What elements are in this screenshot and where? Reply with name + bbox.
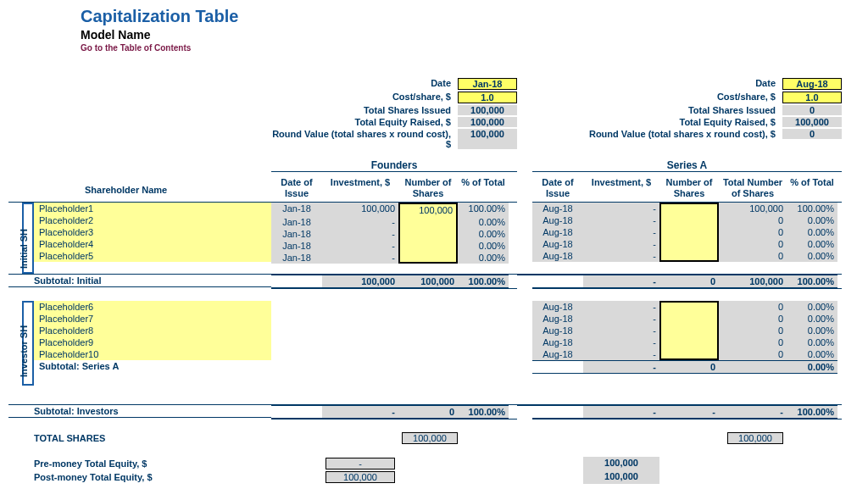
founders-cost-input[interactable]: 1.0 (458, 92, 517, 103)
pre-money-label: Pre-money Total Equity, $ (8, 457, 271, 470)
seriesa-shares-input[interactable] (659, 325, 719, 336)
col-shareholder-name: Shareholder Name (8, 185, 271, 203)
seriesa-shares-input[interactable] (659, 203, 719, 214)
page-title: Capitalization Table (81, 7, 860, 26)
founders-pre-money: - (326, 458, 395, 470)
shareholder-name-input[interactable]: Placeholder7 (34, 313, 271, 325)
seriesa-date-input[interactable]: Aug-18 (782, 78, 842, 90)
subtotal-initial-label: Subtotal: Initial (8, 274, 271, 287)
shareholder-name-input[interactable]: Placeholder10 (34, 348, 271, 360)
total-shares-label: TOTAL SHARES (8, 431, 271, 445)
shareholder-name-input[interactable]: Placeholder5 (34, 250, 271, 262)
seriesa-post-money: 100,000 (583, 470, 659, 484)
seriesa-cost-input[interactable]: 1.0 (782, 92, 842, 103)
shareholder-name-input[interactable]: Placeholder6 (34, 301, 271, 313)
founders-date-input[interactable]: Jan-18 (458, 78, 517, 90)
subtotal-seriesa-label: Subtotal: Series A (34, 360, 271, 372)
founders-shares-input[interactable] (398, 228, 458, 240)
toc-link[interactable]: Go to the Table of Contents (81, 43, 860, 53)
model-name: Model Name (81, 28, 860, 42)
seriesa-shares-input[interactable] (659, 348, 719, 360)
seriesa-title: Series A (532, 159, 842, 172)
shareholder-name-input[interactable]: Placeholder8 (34, 325, 271, 336)
founders-col-headers: Date of Issue Investment, $ Number of Sh… (271, 174, 517, 203)
shareholder-name-input[interactable]: Placeholder4 (34, 238, 271, 250)
seriesa-investor-data: Aug-18-00.00% Aug-18-00.00% Aug-18-00.00… (532, 301, 842, 374)
shareholder-name-input[interactable]: Placeholder2 (34, 214, 271, 226)
founders-post-money: 100,000 (326, 471, 395, 483)
shareholder-name-input[interactable]: Placeholder9 (34, 336, 271, 348)
seriesa-shares-input[interactable] (659, 250, 719, 262)
seriesa-initial-data: Aug-18-100,000100.00% Aug-18-00.00% Aug-… (532, 203, 842, 262)
seriesa-meta: DateAug-18 Cost/share, $1.0 Total Shares… (532, 78, 842, 139)
founders-title: Founders (271, 159, 517, 172)
seriesa-shares-input[interactable] (659, 214, 719, 226)
founders-shares-input[interactable] (398, 240, 458, 252)
seriesa-shares-input[interactable] (659, 336, 719, 348)
seriesa-shares-input[interactable] (659, 301, 719, 313)
seriesa-shares-input[interactable] (659, 238, 719, 250)
seriesa-total-shares: 100,000 (727, 432, 783, 444)
shareholder-name-input[interactable]: Placeholder3 (34, 226, 271, 238)
founders-shares-input[interactable] (398, 252, 458, 264)
investor-sh-side-label: Investor SH (8, 301, 22, 386)
founders-meta: DateJan-18 Cost/share, $1.0 Total Shares… (271, 78, 517, 149)
seriesa-shares-input[interactable] (659, 313, 719, 325)
founders-total-shares: 100,000 (402, 432, 458, 444)
shareholder-name-input[interactable]: Placeholder1 (34, 203, 271, 214)
seriesa-col-headers: Date of Issue Investment, $ Number of Sh… (532, 174, 842, 203)
seriesa-shares-input[interactable] (659, 226, 719, 238)
subtotal-investors-label: Subtotal: Investors (8, 404, 271, 418)
post-money-label: Post-money Total Equity, $ (8, 470, 271, 484)
founders-shares-input[interactable]: 100,000 (398, 203, 458, 216)
initial-sh-side-label: Initial SH (8, 203, 22, 274)
seriesa-pre-money: 100,000 (583, 457, 659, 470)
founders-initial-data: Jan-18100,000100,000100.00% Jan-18-0.00%… (271, 203, 517, 264)
founders-shares-input[interactable] (398, 216, 458, 228)
